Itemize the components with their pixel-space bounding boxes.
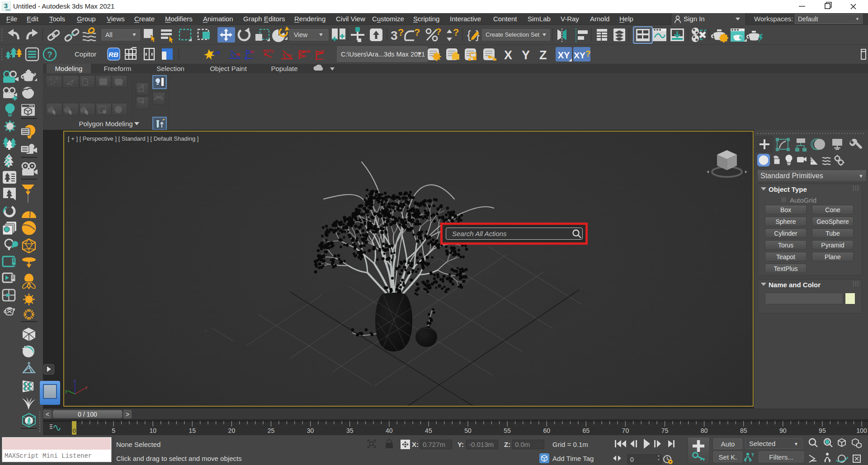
svg-text:X: X <box>504 48 512 62</box>
svg-text:XY: XY <box>574 51 585 60</box>
svg-text:XY: XY <box>558 50 570 60</box>
svg-text:55: 55 <box>504 427 511 434</box>
svg-text:Copitor: Copitor <box>75 50 96 58</box>
svg-text:10: 10 <box>149 427 156 434</box>
svg-text:20: 20 <box>320 49 324 53</box>
svg-text:80: 80 <box>701 427 708 434</box>
svg-text:y: y <box>65 389 67 394</box>
svg-text:M2B: M2B <box>303 49 311 53</box>
svg-text:30: 30 <box>307 427 314 434</box>
svg-text:45: 45 <box>288 53 292 57</box>
svg-text:?: ? <box>585 49 591 58</box>
svg-text:View: View <box>294 31 308 38</box>
svg-text:50: 50 <box>250 50 254 54</box>
svg-text:50: 50 <box>464 427 472 434</box>
svg-text:15: 15 <box>189 427 196 434</box>
svg-text:90: 90 <box>779 427 787 434</box>
svg-text:3: 3 <box>391 28 398 43</box>
svg-text:25: 25 <box>268 427 275 434</box>
svg-text:45: 45 <box>236 52 240 57</box>
svg-text:45: 45 <box>425 427 432 434</box>
svg-text:0: 0 <box>630 456 634 463</box>
svg-text:Create Selection Set: Create Selection Set <box>486 31 540 38</box>
svg-text:Y: Y <box>522 48 530 62</box>
svg-text:RB: RB <box>108 51 118 58</box>
svg-text:5: 5 <box>112 427 115 434</box>
svg-text:?: ? <box>398 27 404 38</box>
svg-text:ROTL: ROTL <box>263 49 274 53</box>
svg-text:100: 100 <box>856 427 867 434</box>
svg-text:70: 70 <box>622 427 629 434</box>
svg-text:z: z <box>74 379 76 384</box>
svg-text:Z: Z <box>539 48 547 62</box>
svg-text:MAX: MAX <box>6 9 11 11</box>
svg-text:95: 95 <box>819 427 826 434</box>
svg-text:40: 40 <box>386 427 393 434</box>
svg-text:?: ? <box>47 50 52 59</box>
svg-text:75: 75 <box>661 427 669 434</box>
svg-text:0: 0 <box>72 427 75 434</box>
svg-text:?: ? <box>453 27 459 38</box>
svg-text:{: { <box>467 28 471 42</box>
svg-text:?: ? <box>436 27 441 37</box>
svg-text:35: 35 <box>346 427 354 434</box>
svg-text:65: 65 <box>583 427 590 434</box>
svg-text:C:\Users\Ara...3ds Max 2021: C:\Users\Ara...3ds Max 2021 <box>341 51 425 58</box>
svg-text:?: ? <box>414 27 420 38</box>
svg-text:85: 85 <box>740 427 747 434</box>
svg-text:20: 20 <box>228 427 236 434</box>
svg-text:Polygon Modeling: Polygon Modeling <box>79 120 132 128</box>
svg-text:60: 60 <box>543 427 550 434</box>
svg-text:All: All <box>105 31 113 38</box>
svg-text:x: x <box>85 385 87 390</box>
